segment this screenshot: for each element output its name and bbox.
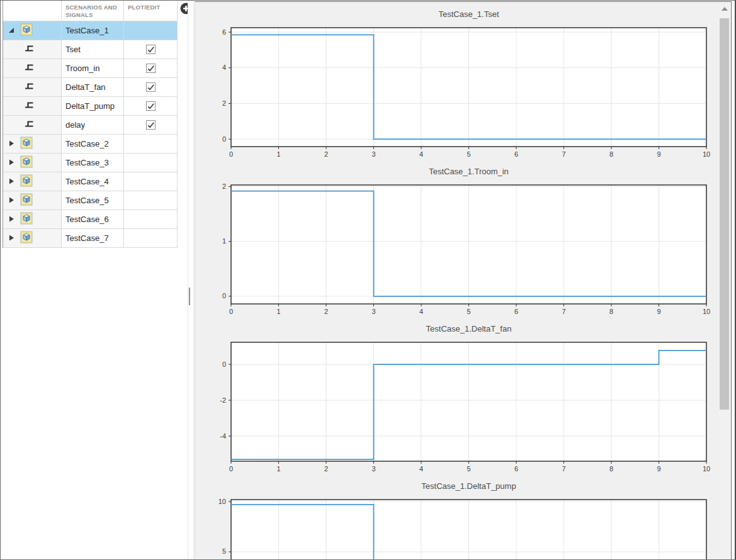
tree-row-plot-cell bbox=[124, 135, 178, 154]
svg-text:2: 2 bbox=[324, 465, 328, 473]
tree-row-label: DeltaT_pump bbox=[62, 97, 124, 116]
tree-row-label: TestCase_7 bbox=[62, 229, 124, 248]
tree-row-plot-cell bbox=[124, 229, 178, 248]
plot-title: TestCase_1.DeltaT_pump bbox=[231, 474, 706, 496]
tree-row-icon-cell bbox=[3, 154, 62, 172]
scrollbar-thumb[interactable] bbox=[720, 18, 729, 410]
tree-row-scenario[interactable]: TestCase_2 bbox=[3, 135, 178, 154]
tree-row-label: TestCase_6 bbox=[62, 210, 124, 229]
svg-text:0: 0 bbox=[222, 361, 226, 368]
plot-list: TestCase_1.Tset0123456789100246TestCase_… bbox=[195, 2, 718, 560]
tree-row-icon-cell bbox=[3, 135, 62, 154]
svg-text:0: 0 bbox=[222, 292, 226, 300]
tree-row-scenario[interactable]: TestCase_5 bbox=[3, 191, 178, 210]
tree-row-label: DeltaT_fan bbox=[62, 78, 124, 97]
plot-checkbox[interactable] bbox=[146, 120, 156, 130]
plot-checkbox[interactable] bbox=[146, 82, 156, 92]
expand-triangle-icon[interactable] bbox=[8, 233, 15, 244]
tree-row-plot-cell bbox=[124, 40, 178, 59]
plot-block: TestCase_1.DeltaT_fan012345678910-4-20 bbox=[195, 316, 718, 474]
plot-checkbox[interactable] bbox=[146, 64, 156, 73]
tree-row-plot-cell bbox=[124, 154, 178, 172]
tree-row-scenario[interactable]: TestCase_6 bbox=[3, 210, 178, 229]
col-header-scenarios: SCENARIOS AND SIGNALS bbox=[62, 1, 124, 21]
plot-checkbox[interactable] bbox=[146, 45, 156, 54]
tree-row-icon-cell bbox=[3, 40, 62, 59]
tree-row-signal[interactable]: DeltaT_fan bbox=[3, 78, 178, 97]
tree-row-plot-cell bbox=[124, 21, 178, 40]
svg-text:-4: -4 bbox=[220, 432, 226, 440]
scenarios-panel: SCENARIOS AND SIGNALS PLOT/EDIT TestCase… bbox=[3, 1, 178, 248]
svg-text:9: 9 bbox=[657, 465, 660, 473]
tree-row-label: TestCase_1 bbox=[62, 21, 124, 40]
signal-icon bbox=[24, 81, 35, 94]
tree-row-scenario[interactable]: TestCase_7 bbox=[3, 229, 178, 248]
vertical-scrollbar[interactable] bbox=[718, 2, 731, 560]
plot-block: TestCase_1.Tset0123456789100246 bbox=[195, 2, 718, 159]
splitter-grip-icon bbox=[189, 288, 190, 305]
expand-triangle-icon[interactable] bbox=[8, 176, 15, 188]
svg-text:5: 5 bbox=[222, 547, 226, 555]
scenario-cube-icon bbox=[20, 155, 33, 171]
svg-text:2: 2 bbox=[222, 182, 226, 190]
tree-row-label: TestCase_5 bbox=[62, 191, 124, 210]
svg-text:3: 3 bbox=[371, 150, 375, 158]
signal-editor-window: SCENARIOS AND SIGNALS PLOT/EDIT TestCase… bbox=[0, 0, 736, 560]
col-header-icon bbox=[3, 1, 62, 21]
scenario-cube-icon bbox=[20, 23, 33, 38]
svg-text:1: 1 bbox=[222, 237, 226, 245]
svg-text:2: 2 bbox=[324, 308, 328, 315]
tree-row-signal[interactable]: DeltaT_pump bbox=[3, 97, 178, 116]
svg-text:3: 3 bbox=[371, 308, 375, 315]
scenario-tree: TestCase_1TsetTroom_inDeltaT_fanDeltaT_p… bbox=[3, 21, 178, 248]
plot-checkbox[interactable] bbox=[146, 101, 156, 111]
svg-text:10: 10 bbox=[703, 465, 710, 473]
scroll-up-arrow-icon[interactable] bbox=[718, 2, 731, 16]
tree-row-scenario[interactable]: TestCase_1 bbox=[3, 21, 178, 40]
expand-triangle-icon[interactable] bbox=[8, 157, 15, 169]
svg-text:0: 0 bbox=[222, 135, 226, 143]
tree-row-signal[interactable]: Tset bbox=[3, 40, 178, 59]
tree-row-icon-cell bbox=[3, 78, 62, 97]
expand-triangle-icon[interactable] bbox=[8, 195, 15, 206]
expand-triangle-icon[interactable] bbox=[8, 138, 15, 150]
col-header-plot-edit: PLOT/EDIT bbox=[124, 1, 178, 21]
svg-text:5: 5 bbox=[467, 465, 470, 473]
tree-row-signal[interactable]: Troom_in bbox=[3, 59, 178, 78]
plot-axes: 0123456789100510 bbox=[195, 496, 718, 560]
svg-text:7: 7 bbox=[562, 308, 565, 315]
svg-text:6: 6 bbox=[514, 308, 518, 315]
tree-row-label: TestCase_3 bbox=[62, 154, 124, 172]
expand-triangle-icon[interactable] bbox=[8, 214, 15, 225]
tree-row-scenario[interactable]: TestCase_3 bbox=[3, 154, 178, 172]
tree-row-plot-cell bbox=[124, 210, 178, 229]
svg-text:6: 6 bbox=[222, 28, 226, 36]
scenario-cube-icon bbox=[20, 137, 33, 152]
svg-text:6: 6 bbox=[514, 150, 518, 158]
tree-row-plot-cell bbox=[124, 172, 178, 191]
svg-text:7: 7 bbox=[562, 150, 565, 158]
tree-row-icon-cell bbox=[3, 210, 62, 229]
tree-row-signal[interactable]: delay bbox=[3, 116, 178, 135]
svg-text:1: 1 bbox=[276, 308, 280, 315]
tree-row-plot-cell bbox=[124, 97, 178, 116]
svg-text:0: 0 bbox=[229, 150, 233, 158]
panel-splitter[interactable] bbox=[188, 1, 194, 560]
svg-text:2: 2 bbox=[222, 99, 226, 107]
svg-text:0: 0 bbox=[229, 308, 233, 315]
svg-text:8: 8 bbox=[609, 308, 613, 315]
svg-text:10: 10 bbox=[218, 498, 226, 505]
plot-axes: 012345678910012 bbox=[195, 182, 718, 316]
tree-row-plot-cell bbox=[124, 78, 178, 97]
tree-row-scenario[interactable]: TestCase_4 bbox=[3, 172, 178, 191]
svg-text:10: 10 bbox=[703, 308, 710, 315]
tree-row-plot-cell bbox=[124, 191, 178, 210]
svg-text:4: 4 bbox=[419, 308, 423, 315]
svg-text:8: 8 bbox=[609, 465, 613, 473]
svg-text:9: 9 bbox=[657, 308, 660, 315]
collapse-triangle-icon[interactable] bbox=[8, 25, 15, 36]
tree-row-icon-cell bbox=[3, 229, 62, 248]
tree-row-label: Troom_in bbox=[62, 59, 124, 78]
plot-title: TestCase_1.DeltaT_fan bbox=[231, 316, 706, 339]
signal-icon bbox=[24, 119, 35, 132]
